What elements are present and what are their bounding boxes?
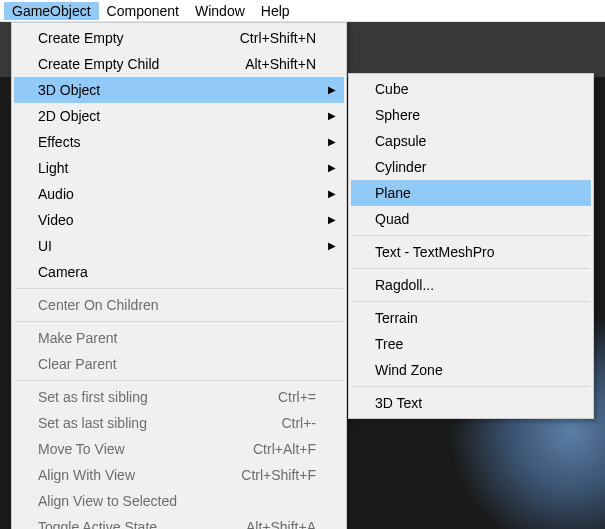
gameobject-menu: Create EmptyCtrl+Shift+NCreate Empty Chi…	[11, 22, 347, 529]
menu-item-label: Light	[38, 160, 316, 176]
menu-item-label: Make Parent	[38, 330, 316, 346]
menu-item-label: Cube	[375, 81, 563, 97]
submenu-item-text-textmeshpro[interactable]: Text - TextMeshPro	[351, 239, 591, 265]
menu-item-label: Cylinder	[375, 159, 563, 175]
menu-divider	[352, 301, 590, 302]
menu-item-3d-object[interactable]: 3D Object▶	[14, 77, 344, 103]
menu-divider	[15, 288, 343, 289]
menu-item-shortcut: Alt+Shift+A	[246, 519, 316, 529]
menubar-item-help[interactable]: Help	[253, 2, 298, 20]
menu-item-shortcut: Alt+Shift+N	[245, 56, 316, 72]
submenu-item-tree[interactable]: Tree	[351, 331, 591, 357]
submenu-item-3d-text[interactable]: 3D Text	[351, 390, 591, 416]
menu-item-create-empty-child[interactable]: Create Empty ChildAlt+Shift+N	[14, 51, 344, 77]
menu-item-label: Plane	[375, 185, 563, 201]
menu-item-audio[interactable]: Audio▶	[14, 181, 344, 207]
menu-item-shortcut: Ctrl+=	[278, 389, 316, 405]
chevron-right-icon: ▶	[328, 215, 336, 225]
chevron-right-icon: ▶	[328, 137, 336, 147]
menu-item-ui[interactable]: UI▶	[14, 233, 344, 259]
menu-item-label: Effects	[38, 134, 316, 150]
menu-item-shortcut: Ctrl+-	[281, 415, 316, 431]
menu-item-label: Set as last sibling	[38, 415, 281, 431]
menu-item-label: Set as first sibling	[38, 389, 278, 405]
menu-item-center-on-children: Center On Children	[14, 292, 344, 318]
menu-divider	[352, 386, 590, 387]
menubar-item-component[interactable]: Component	[99, 2, 187, 20]
3d-object-submenu: CubeSphereCapsuleCylinderPlaneQuadText -…	[348, 73, 594, 419]
menu-item-shortcut: Ctrl+Shift+F	[241, 467, 316, 483]
menu-item-label: Sphere	[375, 107, 563, 123]
menubar-item-window[interactable]: Window	[187, 2, 253, 20]
menubar-item-gameobject[interactable]: GameObject	[4, 2, 99, 20]
chevron-right-icon: ▶	[328, 241, 336, 251]
menu-item-label: Quad	[375, 211, 563, 227]
menu-item-label: Wind Zone	[375, 362, 563, 378]
menu-divider	[352, 268, 590, 269]
menu-item-label: 2D Object	[38, 108, 316, 124]
menu-item-align-with-view: Align With ViewCtrl+Shift+F	[14, 462, 344, 488]
menu-item-set-as-first-sibling: Set as first siblingCtrl+=	[14, 384, 344, 410]
submenu-item-quad[interactable]: Quad	[351, 206, 591, 232]
menu-divider	[15, 321, 343, 322]
chevron-right-icon: ▶	[328, 163, 336, 173]
menubar: GameObjectComponentWindowHelp	[0, 0, 605, 22]
menu-item-label: Align View to Selected	[38, 493, 316, 509]
menu-item-video[interactable]: Video▶	[14, 207, 344, 233]
menu-divider	[352, 235, 590, 236]
menu-item-label: Create Empty Child	[38, 56, 245, 72]
menu-item-move-to-view: Move To ViewCtrl+Alt+F	[14, 436, 344, 462]
submenu-item-wind-zone[interactable]: Wind Zone	[351, 357, 591, 383]
menu-item-label: Tree	[375, 336, 563, 352]
menu-item-light[interactable]: Light▶	[14, 155, 344, 181]
menu-item-set-as-last-sibling: Set as last siblingCtrl+-	[14, 410, 344, 436]
menu-item-label: Ragdoll...	[375, 277, 563, 293]
menu-item-shortcut: Ctrl+Shift+N	[240, 30, 316, 46]
menu-item-2d-object[interactable]: 2D Object▶	[14, 103, 344, 129]
menu-item-label: Move To View	[38, 441, 253, 457]
submenu-item-cube[interactable]: Cube	[351, 76, 591, 102]
submenu-item-capsule[interactable]: Capsule	[351, 128, 591, 154]
menu-item-shortcut: Ctrl+Alt+F	[253, 441, 316, 457]
menu-divider	[15, 380, 343, 381]
menu-item-label: Text - TextMeshPro	[375, 244, 563, 260]
menu-item-label: Clear Parent	[38, 356, 316, 372]
submenu-item-terrain[interactable]: Terrain	[351, 305, 591, 331]
submenu-item-cylinder[interactable]: Cylinder	[351, 154, 591, 180]
menu-item-toggle-active-state: Toggle Active StateAlt+Shift+A	[14, 514, 344, 529]
menu-item-create-empty[interactable]: Create EmptyCtrl+Shift+N	[14, 25, 344, 51]
menu-item-label: 3D Object	[38, 82, 316, 98]
menu-item-label: Toggle Active State	[38, 519, 246, 529]
menu-item-label: Video	[38, 212, 316, 228]
chevron-right-icon: ▶	[328, 189, 336, 199]
submenu-item-ragdoll[interactable]: Ragdoll...	[351, 272, 591, 298]
menu-item-label: Align With View	[38, 467, 241, 483]
menu-item-label: Audio	[38, 186, 316, 202]
menu-item-label: Center On Children	[38, 297, 316, 313]
menu-item-clear-parent: Clear Parent	[14, 351, 344, 377]
menu-item-label: Camera	[38, 264, 316, 280]
submenu-item-plane[interactable]: Plane	[351, 180, 591, 206]
menu-item-effects[interactable]: Effects▶	[14, 129, 344, 155]
menu-item-label: 3D Text	[375, 395, 563, 411]
menu-item-label: Create Empty	[38, 30, 240, 46]
menu-item-camera[interactable]: Camera	[14, 259, 344, 285]
menu-item-label: UI	[38, 238, 316, 254]
menu-item-label: Capsule	[375, 133, 563, 149]
menu-item-label: Terrain	[375, 310, 563, 326]
menu-item-align-view-to-selected: Align View to Selected	[14, 488, 344, 514]
chevron-right-icon: ▶	[328, 111, 336, 121]
menu-item-make-parent: Make Parent	[14, 325, 344, 351]
chevron-right-icon: ▶	[328, 85, 336, 95]
submenu-item-sphere[interactable]: Sphere	[351, 102, 591, 128]
